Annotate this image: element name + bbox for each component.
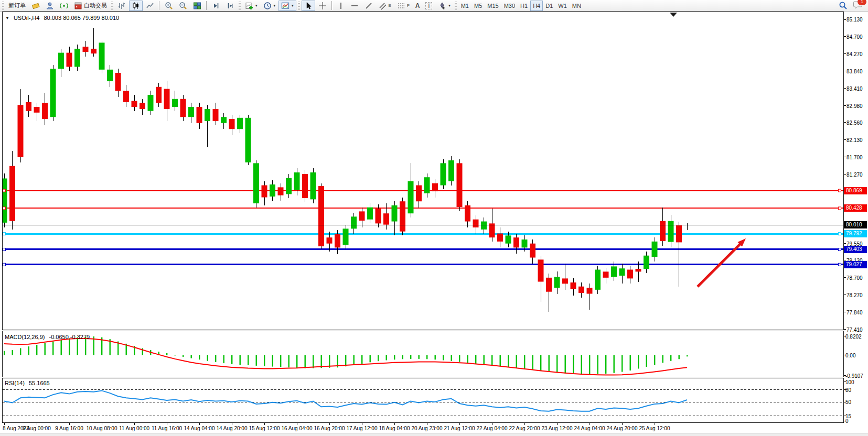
dropdown-arrow-icon: ▾ [255,4,258,8]
price-axis-tick-label: 82.980 [846,103,863,108]
auto-trading-label: 自动交易 [84,2,107,9]
price-axis-tick-label: 84.700 [846,34,863,40]
fibonacci-tool-icon[interactable]: F [394,1,412,11]
clock-icon [263,2,272,10]
time-axis-label: 11 Aug 00:00 [119,426,149,431]
rsi-indicator-label: RSI(14) 55.1665 [5,380,50,386]
channel-tool-icon[interactable]: E [376,1,394,11]
price-axis-tick-label: 81.270 [846,171,863,177]
time-axis-label: 11 Aug 16:00 [152,426,182,431]
zoom-out-icon[interactable] [176,1,190,11]
timeframe-group: M1M5M15M30H1H4D1W1MN [458,1,584,11]
new-chart-button[interactable]: ▾ [242,1,260,11]
signal-icon[interactable] [57,1,71,11]
toolbar-grip [239,2,241,10]
ohlc-quotes-text: 80.003 80.065 79.899 80.010 [44,15,119,21]
rsi-value: 55.1665 [29,380,50,386]
time-axis-label: 14 Aug 20:00 [217,426,248,431]
chart-area: ▼ USOil-,H4 80.003 80.065 79.899 80.010 … [0,12,868,436]
contacts-icon[interactable] [43,1,57,11]
new-chart-icon [245,2,253,10]
symbol-ohlc-label: ▼ USOil-,H4 80.003 80.065 79.899 80.010 [5,15,119,21]
time-axis-label: 14 Aug 04:00 [184,426,215,431]
macd-axis-tick-label: 0.8202 [845,334,862,340]
new-order-button[interactable]: 新订单 [6,1,28,11]
fibonacci-tool-letter: F [407,3,410,8]
chart-template-icon [281,2,290,10]
scroll-to-end-icon[interactable] [209,1,223,11]
time-axis-label: 20 Aug 23:00 [412,426,443,431]
price-line-badge: 80.010 [844,221,867,228]
price-axis-tick-label: 83.410 [846,85,863,91]
chat-button[interactable]: 1 [853,1,863,11]
time-axis-label: 15 Aug 12:00 [249,426,280,431]
price-axis-tick-label: 82.560 [846,120,863,126]
horizontal-line-tool-icon[interactable] [348,1,361,11]
price-axis-tick-label: 81.700 [846,154,863,160]
time-axis-label: 22 Aug 04:00 [477,426,508,431]
macd-values: -0.0650 -0.3279 [49,334,90,340]
price-axis-tick-label: 77.840 [846,309,863,315]
timeframe-button-D1[interactable]: D1 [543,1,555,11]
macd-axis-tick-label: -0.9107 [845,373,863,378]
new-order-label: 新订单 [8,2,26,9]
line-chart-icon[interactable] [143,1,157,11]
time-axis-label: 18 Aug 04:00 [379,426,410,431]
zoom-in-icon[interactable] [162,1,176,11]
price-line-badge: 79.792 [844,230,867,237]
price-axis-tick-label: 78.270 [846,292,863,298]
search-icon[interactable] [836,1,850,11]
time-axis-label: 25 Aug 12:00 [639,426,670,431]
trendline-tool-icon[interactable] [362,1,376,11]
chart-canvas[interactable] [0,12,868,436]
price-line-badge: 79.403 [844,246,867,253]
time-axis-label: 21 Aug 12:00 [444,426,475,431]
timeframe-button-M15[interactable]: M15 [485,1,501,11]
auto-trading-button[interactable]: 自动交易 [71,1,110,11]
ticket-icon[interactable] [29,1,42,11]
rsi-axis-tick-label: 80 [845,387,851,393]
time-axis-label: 17 Aug 12:00 [347,426,378,431]
text-tool-label: A [415,2,420,9]
timeframe-button-H1[interactable]: H1 [518,1,530,11]
timeframe-button-M30[interactable]: M30 [501,1,518,11]
cursor-icon[interactable] [302,1,315,11]
timeframe-button-W1[interactable]: W1 [555,1,570,11]
macd-indicator-label: MACD(12,26,9) -0.0650 -0.3279 [5,334,90,340]
dropdown-arrow-icon: ▾ [448,4,451,8]
price-axis-tick-label: 83.840 [846,68,863,74]
price-axis-tick-label: 84.270 [846,51,863,57]
time-axis-label: 9 Aug 16:00 [55,426,83,431]
price-axis-tick-label: 78.700 [846,275,863,280]
toolbar-grip [298,2,300,10]
timeframe-button-MN[interactable]: MN [570,1,584,11]
time-axis-label: 24 Aug 20:00 [607,426,638,431]
price-line-badge: 80.869 [844,187,867,194]
notification-badge: 1 [858,0,866,5]
chart-shift-icon[interactable] [223,1,237,11]
timeframe-button-H4[interactable]: H4 [530,1,543,11]
toolbar: 新订单 自动交易 [0,0,868,12]
candlestick-chart-icon[interactable] [129,1,143,11]
period-button[interactable]: ▾ [261,1,278,11]
timeframe-button-M1[interactable]: M1 [458,1,471,11]
trading-platform-window: 新订单 自动交易 [0,0,868,436]
symbol-dropdown-icon[interactable]: ▼ [5,16,9,20]
text-label-tool-icon[interactable]: T [423,1,435,11]
crosshair-icon[interactable] [316,1,329,11]
shapes-tool-icon[interactable]: ▾ [435,1,453,11]
template-button[interactable]: ▾ [278,1,296,11]
timeframe-button-M5[interactable]: M5 [471,1,485,11]
bar-chart-icon[interactable] [115,1,128,11]
toolbar-right-group: 1 [836,1,867,11]
time-axis-label: 16 Aug 20:00 [314,426,345,431]
toolbar-grip [455,2,457,10]
toolbar-separator [331,1,333,10]
text-tool-icon[interactable]: A [413,1,423,11]
vertical-line-tool-icon[interactable] [335,1,347,11]
time-axis-label: 10 Aug 08:00 [87,426,117,431]
price-axis-tick-label: 77.410 [846,326,863,332]
tile-windows-icon[interactable] [190,1,204,11]
price-axis-tick-label: 85.130 [846,17,863,23]
time-axis-label: 22 Aug 20:00 [509,426,540,431]
